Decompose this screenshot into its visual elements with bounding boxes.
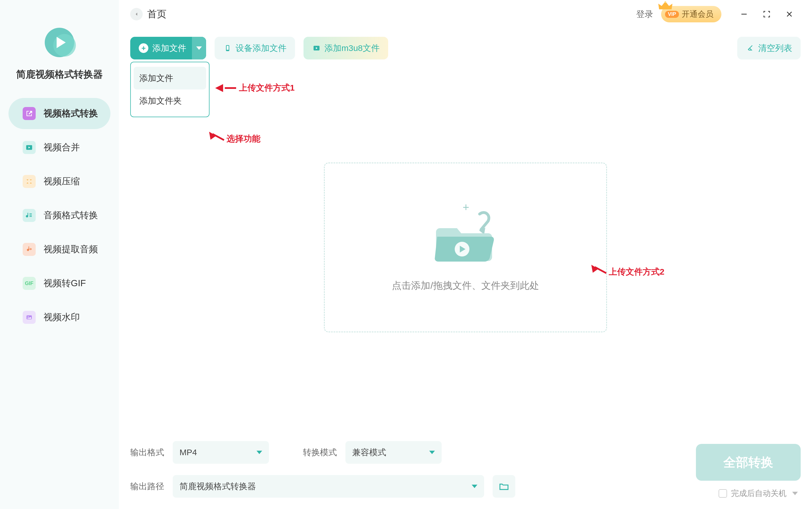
chevron-down-icon (472, 485, 477, 488)
plus-icon: + (139, 43, 148, 53)
clear-list-label: 清空列表 (758, 42, 792, 54)
main: 首页 登录 VIP 开通会员 + 添加文件 设备添加文件 添加m3u8文件 (119, 0, 812, 509)
vip-text: 开通会员 (682, 9, 713, 20)
app-title: 简鹿视频格式转换器 (16, 68, 103, 81)
footer: 输出格式 MP4 转换模式 兼容模式 输出路径 简鹿视频格式转换器 全部转换 (119, 433, 812, 509)
toolbar: + 添加文件 设备添加文件 添加m3u8文件 清空列表 添加文件 添加文件夹 (119, 28, 812, 62)
open-folder-button[interactable] (493, 475, 515, 498)
nav-label: 视频水印 (44, 311, 80, 324)
output-format-label: 输出格式 (130, 447, 164, 458)
m3u8-label: 添加m3u8文件 (325, 42, 380, 54)
output-path-label: 输出路径 (130, 481, 164, 492)
svg-text:+: + (463, 203, 469, 213)
sidebar-item-watermark[interactable]: 视频水印 (8, 302, 110, 333)
nav: 视频格式转换 视频合并 视频压缩 音频格式转换 视频提取音频 GIF 视频转GI… (0, 98, 119, 336)
dropzone-text: 点击添加/拖拽文件、文件夹到此处 (392, 279, 539, 292)
output-path-input[interactable]: 简鹿视频格式转换器 (173, 475, 484, 498)
broom-icon (746, 44, 755, 53)
convert-icon (23, 107, 36, 120)
app-logo: 简鹿视频格式转换器 (16, 26, 103, 81)
titlebar: 首页 登录 VIP 开通会员 (119, 0, 812, 28)
login-link[interactable]: 登录 (636, 8, 653, 20)
gif-icon: GIF (23, 277, 36, 290)
chevron-down-icon (792, 492, 798, 495)
close-button[interactable] (778, 6, 801, 23)
crown-icon (658, 1, 673, 13)
content-area: + 点击添加/拖拽文件、文件夹到此处 (119, 62, 812, 433)
nav-label: 视频提取音频 (44, 243, 98, 256)
watermark-icon (23, 311, 36, 324)
sidebar-item-extract-audio[interactable]: 视频提取音频 (8, 234, 110, 265)
nav-label: 视频合并 (44, 141, 80, 154)
checkbox-icon (718, 489, 727, 498)
folder-illustration: + (429, 203, 502, 265)
nav-label: 音频格式转换 (44, 209, 98, 222)
chevron-down-icon (429, 451, 435, 454)
vip-button[interactable]: VIP 开通会员 (661, 6, 721, 22)
clear-list-button[interactable]: 清空列表 (737, 37, 801, 60)
dropdown-add-folder[interactable]: 添加文件夹 (134, 90, 206, 112)
add-m3u8-button[interactable]: 添加m3u8文件 (304, 37, 388, 60)
device-add-button[interactable]: 设备添加文件 (214, 37, 295, 60)
chevron-down-icon (257, 451, 262, 454)
merge-icon (23, 141, 36, 154)
chevron-down-icon (196, 46, 202, 50)
convert-mode-select[interactable]: 兼容模式 (345, 441, 442, 464)
device-icon (223, 44, 232, 53)
breadcrumb-home[interactable]: 首页 (147, 8, 167, 21)
add-file-label: 添加文件 (152, 42, 186, 54)
sidebar-item-compress[interactable]: 视频压缩 (8, 166, 110, 197)
svg-rect-12 (227, 46, 229, 50)
compress-icon (23, 175, 36, 188)
nav-label: 视频格式转换 (44, 107, 98, 120)
maximize-button[interactable] (755, 6, 778, 23)
dropdown-add-file[interactable]: 添加文件 (134, 67, 206, 90)
back-button[interactable] (130, 8, 143, 21)
sidebar: 简鹿视频格式转换器 视频格式转换 视频合并 视频压缩 音频格式转换 视频提取音频… (0, 0, 119, 509)
add-file-dropdown: 添加文件 添加文件夹 (130, 62, 209, 117)
add-file-button[interactable]: + 添加文件 (130, 37, 206, 60)
svg-rect-5 (27, 315, 32, 319)
device-add-label: 设备添加文件 (236, 42, 286, 54)
output-format-select[interactable]: MP4 (173, 441, 269, 464)
folder-icon (499, 481, 509, 492)
sidebar-item-merge[interactable]: 视频合并 (8, 132, 110, 163)
convert-mode-label: 转换模式 (303, 447, 337, 458)
nav-label: 视频转GIF (44, 277, 86, 290)
minimize-button[interactable] (733, 6, 755, 23)
convert-all-button[interactable]: 全部转换 (696, 444, 801, 481)
svg-point-7 (665, 1, 666, 3)
sidebar-item-video-convert[interactable]: 视频格式转换 (8, 98, 110, 129)
extract-audio-icon (23, 243, 36, 256)
sidebar-item-gif[interactable]: GIF 视频转GIF (8, 268, 110, 299)
nav-label: 视频压缩 (44, 175, 80, 188)
svg-point-6 (28, 316, 29, 318)
sidebar-item-audio-convert[interactable]: 音频格式转换 (8, 200, 110, 231)
audio-convert-icon (23, 209, 36, 222)
add-file-dropdown-toggle[interactable] (192, 37, 206, 60)
logo-icon (42, 26, 76, 60)
dropzone[interactable]: + 点击添加/拖拽文件、文件夹到此处 (324, 163, 607, 332)
auto-shutdown-toggle[interactable]: 完成后自动关机 (718, 488, 798, 499)
m3u8-icon (312, 44, 321, 53)
